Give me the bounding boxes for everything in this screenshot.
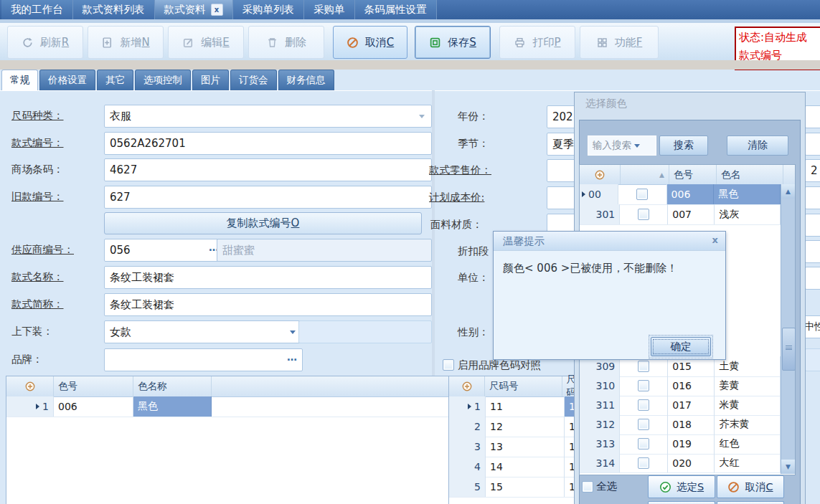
add-row-header-cell[interactable] [449,376,485,396]
save-button[interactable]: 保存S [415,26,491,59]
style-name-input[interactable]: 条纹工装裙套 [104,266,432,289]
window-tab-barcode-settings[interactable]: 条码属性设置 [355,0,437,19]
tab-option-control[interactable]: 选项控制 [135,70,191,90]
table-row[interactable]: 312 018 芥末黄 [580,414,781,435]
category-select[interactable]: 女款 [104,320,303,343]
color-name-cell[interactable]: 大红 [715,453,781,472]
color-code-cell[interactable]: 016 [668,376,715,396]
row-checkbox[interactable] [638,419,649,430]
row-checkbox-cell[interactable] [618,184,667,204]
color-name-cell[interactable]: 浅灰 [715,204,781,224]
size-type-select[interactable]: 衣服 [104,105,432,128]
size-code-cell[interactable]: 14 [486,457,565,477]
color-name-cell[interactable]: 黑色 [133,396,212,417]
row-checkbox-cell[interactable] [620,204,668,224]
row-checkbox-cell[interactable] [620,434,668,454]
table-row[interactable]: 314 020 大红 [580,453,781,473]
table-row[interactable]: 2 12 120 [449,417,580,437]
color-code-cell[interactable]: 018 [668,414,715,434]
row-checkbox[interactable] [636,189,648,200]
function-button[interactable]: 功能F [580,26,659,59]
row-checkbox[interactable] [638,209,649,220]
partial-button[interactable] [648,501,715,504]
size-code-cell[interactable]: 15 [486,477,565,497]
color-name-cell[interactable]: 红色 [715,434,781,454]
print-button[interactable]: 打印P [499,26,575,59]
chevron-down-icon[interactable] [290,331,296,334]
table-row[interactable]: 310 016 姜黄 [580,376,781,396]
edit-button[interactable]: 编辑E [168,26,244,59]
window-tab-po-list[interactable]: 采购单列表 [233,0,305,19]
table-row[interactable]: 311 017 米黄 [580,395,781,416]
table-row[interactable]: 313 019 红色 [580,434,781,455]
dialog-title-bar[interactable]: 温馨提示 x [494,232,725,251]
select-all-checkbox[interactable] [582,481,593,493]
supplier-no-input[interactable]: 056 … [104,239,225,262]
row-checkbox[interactable] [638,399,649,411]
size-code-cell[interactable]: 11 [486,396,565,417]
dialog-close-icon[interactable]: x [712,234,718,245]
size-code-cell[interactable]: 12 [486,417,565,437]
checkbox-column-header[interactable]: ▲ [621,165,669,184]
clear-button[interactable]: 清除 [727,135,788,156]
table-row[interactable]: 3 13 130 [449,437,580,457]
partial-button[interactable] [717,501,784,504]
color-name-cell[interactable]: 芥末黄 [715,414,781,434]
style-no-input[interactable]: 0562A262701 [104,132,432,155]
tab-finance-info[interactable]: 财务信息 [278,70,334,90]
color-name-cell[interactable]: 姜黄 [715,376,781,396]
delete-button[interactable]: 删除 [248,26,324,59]
tab-close-icon[interactable]: x [211,4,223,16]
row-checkbox[interactable] [638,438,649,450]
popup-color-name-header[interactable]: 色名 [717,165,783,184]
brand-input[interactable]: … [104,348,303,371]
row-checkbox-cell[interactable] [620,453,668,472]
copy-style-no-button[interactable]: 复制款式编号O [104,212,422,234]
scrollbar[interactable]: ▲ ▼ [781,184,795,474]
tab-other[interactable]: 其它 [97,70,133,90]
table-row[interactable]: 5 15 150 [449,477,580,498]
scroll-up-icon[interactable]: ▲ [781,184,795,199]
size-code-header[interactable]: 尺码号 [485,376,562,396]
popup-cancel-button[interactable]: 取消C [717,475,784,498]
color-code-cell[interactable]: 020 [668,453,715,472]
tab-images[interactable]: 图片 [192,70,229,90]
ok-button[interactable]: 确定 [651,337,711,356]
tab-order-fair[interactable]: 订货会 [230,70,277,90]
row-checkbox-cell[interactable] [620,376,668,396]
chevron-down-icon[interactable] [419,115,425,118]
chevron-down-icon[interactable] [634,144,640,148]
style-short-name-input[interactable]: 条纹工装裙套 [104,293,432,316]
add-button[interactable]: 新增N [88,26,164,59]
brand-color-map-checkbox[interactable] [443,359,454,371]
window-tab-style-list[interactable]: 款式资料列表 [73,0,155,19]
tab-general[interactable]: 常规 [1,70,38,90]
color-name-cell[interactable]: 米黄 [715,395,781,415]
add-row-header-cell[interactable] [580,165,621,184]
tab-price-settings[interactable]: 价格设置 [39,70,95,90]
cancel-button[interactable]: 取消C [333,26,407,59]
popup-color-code-header[interactable]: 色号 [669,165,717,184]
window-tab-po[interactable]: 采购单 [304,0,355,19]
row-checkbox-cell[interactable] [620,395,668,415]
mall-barcode-input[interactable]: 4627 [104,158,432,181]
window-tab-workbench[interactable]: 我的工作台 [1,0,73,19]
table-row[interactable]: 4 14 140 [449,457,580,477]
row-checkbox[interactable] [638,361,649,372]
color-code-cell[interactable]: 017 [668,395,715,415]
table-row[interactable]: 00 006 黑色 [580,184,781,205]
table-row[interactable]: 1 11 110 [449,396,580,417]
browse-icon[interactable]: … [287,351,298,363]
color-code-cell[interactable]: 019 [668,434,715,454]
color-code-cell[interactable]: 006 [54,396,133,417]
color-name-cell[interactable]: 黑色 [714,184,781,204]
scrollbar-thumb[interactable] [782,328,796,371]
color-name-header[interactable]: 色名称 [133,376,212,396]
scroll-down-icon[interactable]: ▼ [781,460,795,474]
color-search-input[interactable]: 输入搜索 [588,135,656,156]
add-row-header-cell[interactable] [6,376,54,396]
table-row[interactable]: 1 006 黑色 [6,396,448,417]
row-checkbox[interactable] [638,457,649,469]
select-button[interactable]: 选定S [648,475,715,498]
table-row[interactable]: 301 007 浅灰 [580,204,781,225]
